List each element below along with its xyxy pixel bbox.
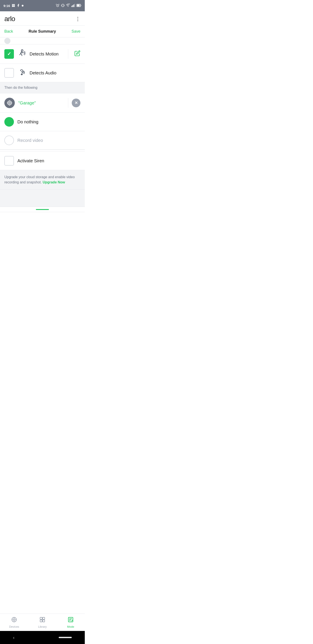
record-video-radio[interactable] [4, 136, 14, 145]
devices-tab-icon [11, 616, 17, 624]
app-logo: arlo [4, 15, 15, 23]
android-back-button[interactable]: ‹ [13, 635, 14, 640]
garage-device-name: "Garage" [18, 100, 36, 106]
tab-library[interactable]: Library [28, 615, 56, 630]
actions-section-header: Then do the following [0, 82, 85, 93]
scroll-top-indicator [0, 38, 85, 44]
siren-label: Activate Siren [17, 158, 44, 164]
garage-device-row: "Garage" [0, 93, 85, 113]
svg-rect-18 [43, 617, 44, 619]
signal-icon [71, 4, 75, 8]
wifi-icon [66, 4, 70, 8]
detects-motion-left: Detects Motion [4, 49, 68, 59]
status-bar: 9:16 🖼 [0, 0, 85, 11]
svg-point-10 [21, 50, 23, 51]
svg-rect-17 [40, 617, 42, 619]
do-nothing-row: Do nothing [0, 113, 85, 131]
android-home-indicator[interactable] [59, 637, 72, 638]
detects-audio-row: Detects Audio [0, 64, 85, 82]
android-nav-bar: ‹ [0, 631, 85, 644]
library-tab-label: Library [38, 625, 47, 628]
svg-rect-20 [43, 620, 44, 622]
siren-checkbox[interactable] [4, 156, 14, 166]
actions-header-text: Then do the following [4, 86, 37, 90]
record-video-row: Record video [0, 131, 85, 150]
tab-devices[interactable]: Devices [0, 615, 28, 630]
svg-point-16 [14, 619, 14, 620]
status-bar-right [56, 4, 81, 8]
record-video-label: Record video [17, 138, 43, 143]
mode-tab-label: Mode [67, 625, 74, 628]
detects-audio-label: Detects Audio [29, 70, 56, 76]
svg-rect-19 [40, 620, 42, 622]
image-icon: 🖼 [12, 4, 15, 8]
partial-circle-indicator [4, 38, 10, 44]
alarm-icon [56, 4, 59, 8]
upgrade-now-link[interactable]: Upgrade Now [43, 180, 65, 184]
motion-icon [17, 49, 26, 59]
do-nothing-label: Do nothing [17, 120, 38, 124]
status-time: 9:16 [3, 4, 10, 8]
upgrade-banner: Upgrade your cloud storage and enable vi… [0, 170, 85, 190]
svg-point-2 [68, 6, 68, 7]
activate-siren-row: Activate Siren [0, 152, 85, 170]
upgrade-text: Upgrade your cloud storage and enable vi… [4, 175, 75, 184]
svg-rect-5 [73, 4, 74, 7]
back-button[interactable]: Back [4, 29, 13, 34]
camera-device-icon [4, 98, 15, 108]
edit-motion-button[interactable] [72, 50, 80, 58]
content-spacer [0, 190, 85, 207]
do-nothing-radio[interactable] [4, 117, 14, 126]
svg-rect-8 [81, 5, 81, 6]
siren-left: Activate Siren [4, 156, 80, 166]
garage-device-right [68, 98, 80, 108]
scroll-hint [0, 207, 85, 212]
vertical-divider-2 [68, 98, 68, 108]
row-spacer [0, 150, 85, 152]
page-title: Rule Summary [28, 29, 56, 34]
audio-icon [17, 68, 26, 78]
svg-rect-6 [74, 4, 75, 7]
mode-tab-icon [68, 616, 74, 624]
vertical-divider [68, 49, 68, 59]
status-bar-left: 9:16 🖼 [3, 4, 23, 8]
nav-header: Back Rule Summary Save [0, 26, 85, 38]
do-nothing-left: Do nothing [4, 117, 80, 126]
vibrate-icon [61, 4, 65, 8]
scroll-indicator-line [36, 209, 49, 210]
svg-rect-4 [72, 5, 73, 7]
detects-motion-checkbox[interactable] [4, 49, 14, 59]
app-header: arlo ⋮ [0, 11, 85, 26]
svg-rect-1 [62, 4, 64, 7]
detects-motion-label: Detects Motion [29, 52, 58, 56]
garage-device-left: "Garage" [4, 98, 68, 108]
record-video-left: Record video [4, 136, 80, 145]
battery-icon [76, 4, 81, 8]
detects-audio-left: Detects Audio [4, 68, 80, 78]
detects-motion-row: Detects Motion [0, 44, 85, 64]
svg-rect-3 [71, 6, 72, 7]
devices-tab-label: Devices [9, 625, 19, 628]
more-options-button[interactable]: ⋮ [75, 16, 80, 22]
library-tab-icon [39, 616, 45, 624]
svg-rect-9 [77, 4, 80, 6]
tab-mode[interactable]: Mode [56, 615, 85, 630]
facebook-icon [16, 4, 20, 8]
svg-point-13 [9, 102, 10, 103]
save-button[interactable]: Save [71, 29, 80, 34]
notification-dot [22, 5, 23, 6]
detects-motion-right [68, 49, 80, 59]
bottom-navigation: Devices Library Mode [0, 614, 85, 631]
remove-device-button[interactable] [72, 98, 80, 107]
detects-audio-checkbox[interactable] [4, 68, 14, 78]
